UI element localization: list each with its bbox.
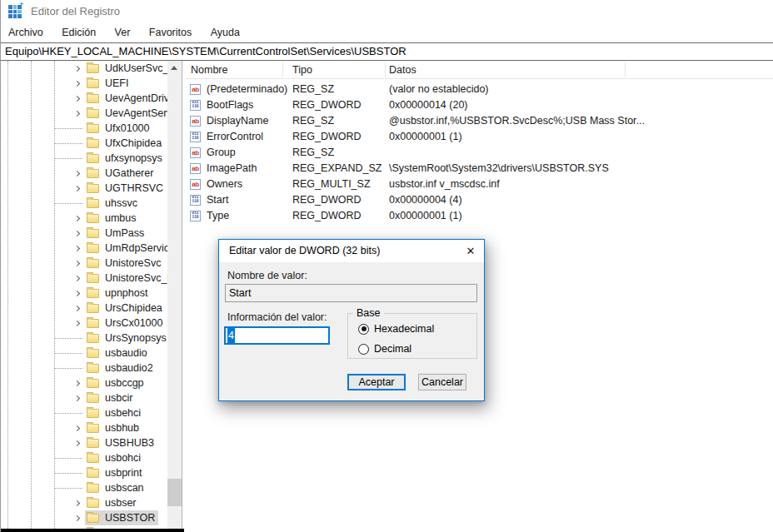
decimal-radio-row[interactable]: Decimal [358,343,411,355]
column-divider[interactable] [282,62,283,77]
aceptar-button[interactable]: Aceptar [347,374,406,390]
tree-item[interactable]: UGTHRSVC [1,181,167,196]
chevron-right-icon[interactable] [74,80,80,86]
tree-item[interactable]: usbprint [1,465,167,480]
value-data-label: Información del valor: [227,311,327,323]
chevron-right-icon[interactable] [74,245,80,251]
chevron-right-icon[interactable] [74,425,80,430]
registry-value-row[interactable]: ab (Predeterminado) REG_SZ (valor no est… [186,82,773,97]
tree-item[interactable]: umbus [1,211,167,226]
tree-item[interactable]: uhssvc [1,196,167,211]
registry-value-row[interactable]: 011110 BootFlags REG_DWORD 0x00000014 (2… [186,97,773,113]
registry-value-row[interactable]: ab Group REG_SZ [186,145,773,161]
tree-item[interactable]: usbccgp [1,375,167,390]
chevron-right-icon[interactable] [74,95,80,101]
menu-favoritos[interactable]: Favoritos [142,23,199,42]
tree-item-label: UrsChipidea [105,302,162,314]
tree-item[interactable]: usbscan [1,480,167,495]
menu-bar: Archivo Edición Ver Favoritos Ayuda [1,23,773,42]
title-bar: ✦ Editor del Registro [1,0,773,23]
folder-icon [87,319,99,328]
value-data-field[interactable]: 4 [224,326,330,345]
chevron-right-icon[interactable] [74,215,80,221]
value-name-field[interactable]: Start [225,284,477,302]
tree-item-label: UnistoreSvc_b [105,272,172,284]
chevron-right-icon[interactable] [74,395,80,400]
chevron-right-icon[interactable] [74,110,80,116]
column-header-tipo[interactable]: Tipo [292,61,312,79]
tree-item[interactable]: USBHUB3 [1,435,167,450]
selected-text: 4 [227,328,235,343]
column-divider[interactable] [625,62,626,77]
column-header-datos[interactable]: Datos [389,61,416,79]
tree-scrollbar[interactable] [167,61,182,532]
tree-item[interactable]: UEFI [1,76,167,91]
tree-item[interactable]: UmRdpService [1,241,167,256]
tree-leaf-connector [54,488,82,489]
scrollbar-thumb[interactable] [167,479,182,506]
registry-value-row[interactable]: 011110 Type REG_DWORD 0x00000001 (1) [186,208,773,224]
column-divider[interactable] [385,62,386,77]
column-header-nombre[interactable]: Nombre [191,61,227,79]
folder-icon [87,289,99,298]
tree-item[interactable]: USBSTOR [1,510,167,525]
decimal-radio[interactable] [358,344,369,355]
tree-item[interactable]: UnistoreSvc [1,256,167,271]
tree-item[interactable]: Ufx01000 [1,121,167,136]
value-type-icon: 011110 [190,100,201,111]
chevron-right-icon[interactable] [74,320,80,326]
tree-leaf-connector [54,413,82,414]
tree-item[interactable]: UGatherer [1,166,167,181]
tree-item[interactable]: UmPass [1,226,167,241]
folder-icon [87,409,99,418]
chevron-right-icon[interactable] [74,230,80,236]
registry-value-row[interactable]: ab Owners REG_MULTI_SZ usbstor.inf v_msc… [186,177,773,192]
tree-item[interactable]: UrsChipidea [1,301,167,316]
menu-archivo[interactable]: Archivo [1,23,51,42]
tree-item[interactable]: UevAgentServi [1,106,167,121]
tree-item[interactable]: usbehci [1,405,167,420]
chevron-right-icon[interactable] [74,170,80,176]
chevron-right-icon[interactable] [74,275,80,281]
tree-item[interactable]: upnphost [1,286,167,301]
chevron-right-icon[interactable] [74,515,80,520]
chevron-right-icon[interactable] [74,65,80,71]
hexadecimal-radio-row[interactable]: Hexadecimal [358,323,434,335]
menu-ver[interactable]: Ver [107,23,138,42]
chevron-right-icon[interactable] [74,305,80,311]
menu-ayuda[interactable]: Ayuda [203,23,247,42]
tree-item[interactable]: UnistoreSvc_b [1,271,167,286]
tree-item[interactable]: UrsCx01000 [1,316,167,331]
registry-value-row[interactable]: 011110 ErrorControl REG_DWORD 0x00000001… [186,129,773,145]
registry-value-row[interactable]: ab ImagePath REG_EXPAND_SZ \SystemRoot\S… [186,161,773,177]
close-icon[interactable]: ✕ [457,240,484,262]
decimal-radio-label: Decimal [374,343,411,355]
tree-item[interactable]: ufxsynopsys [1,151,167,166]
chevron-right-icon[interactable] [74,260,80,266]
chevron-right-icon[interactable] [74,380,80,385]
tree-item[interactable]: UdkUserSvc_b [1,61,167,76]
chevron-right-icon[interactable] [74,290,80,296]
hexadecimal-radio[interactable] [358,324,369,335]
registry-value-row[interactable]: 011110 Start REG_DWORD 0x00000004 (4) [186,192,773,208]
menu-edicion[interactable]: Edición [54,23,103,42]
tree-item[interactable]: UevAgentDrive [1,91,167,106]
tree-item[interactable]: usbhub [1,420,167,435]
tree-item[interactable]: UrsSynopsys [1,331,167,346]
chevron-right-icon[interactable] [74,185,80,191]
registry-path-input[interactable]: Equipo\HKEY_LOCAL_MACHINE\SYSTEM\Current… [1,42,773,61]
tree-item[interactable]: usbohci [1,450,167,465]
folder-icon [87,334,99,343]
scroll-up-arrow-icon[interactable] [167,61,182,75]
value-name: Start [207,192,228,208]
chevron-right-icon[interactable] [74,500,80,505]
tree-item[interactable]: UfxChipidea [1,136,167,151]
cancelar-button[interactable]: Cancelar [418,374,466,390]
tree-item[interactable]: usbser [1,495,167,510]
tree-item[interactable]: usbcir [1,390,167,405]
tree-item[interactable]: usbaudio [1,346,167,360]
chevron-right-icon[interactable] [74,440,80,445]
tree-item[interactable]: usbaudio2 [1,360,167,375]
registry-value-row[interactable]: ab DisplayName REG_SZ @usbstor.inf,%USBS… [186,113,773,129]
folder-icon [87,484,99,493]
